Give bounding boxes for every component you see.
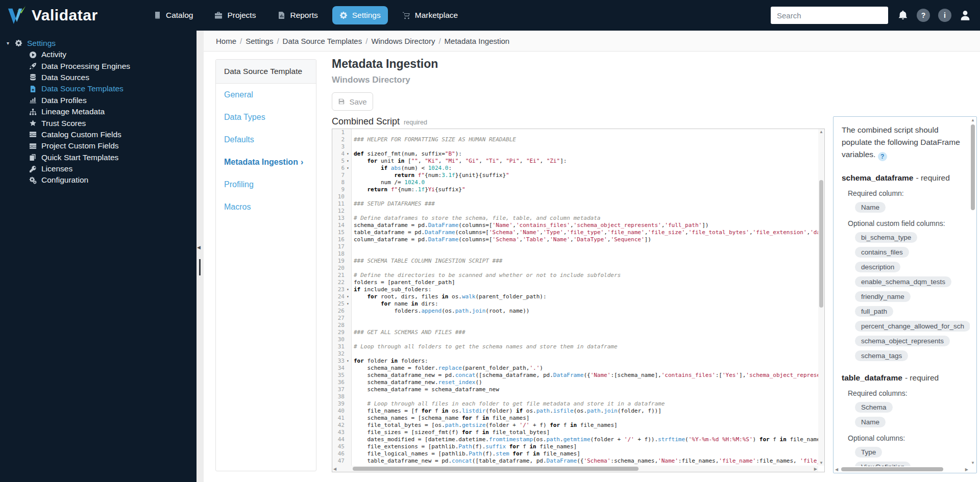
caret-down-icon[interactable]: ▾ [7, 40, 15, 46]
code-line[interactable]: 27 [332, 315, 824, 322]
code-line[interactable]: 38 [332, 393, 824, 400]
code-editor[interactable]: 12### HELPER FOR FORMATTING SIZE AS HUMA… [332, 129, 825, 472]
code-line[interactable]: 10 [332, 193, 824, 200]
code-line[interactable]: 2### HELPER FOR FORMATTING SIZE AS HUMAN… [332, 136, 824, 143]
search-input[interactable] [771, 7, 888, 24]
sidebar-item-data-source-templates[interactable]: Data Source Templates [0, 83, 197, 94]
code-line[interactable]: 19### SCHEMA TABLE COLUMN INGESTION SCRI… [332, 258, 824, 265]
fold-arrow-icon[interactable]: ▾ [345, 150, 352, 158]
nav-item-marketplace[interactable]: Marketplace [395, 6, 465, 24]
brand-logo[interactable]: Validatar [0, 5, 135, 26]
save-button[interactable]: Save [332, 92, 373, 111]
scroll-right-icon[interactable]: ▶ [814, 467, 817, 471]
sidebar-item-activity[interactable]: Activity [0, 49, 197, 60]
vertical-scroll-thumb[interactable] [971, 124, 975, 210]
sidebar-item-lineage-metadata[interactable]: Lineage Metadata [0, 106, 197, 117]
code-line[interactable]: 34 schema_name = folder.replace(parent_f… [332, 365, 824, 372]
fold-arrow-icon[interactable]: ▾ [345, 293, 352, 300]
code-line[interactable]: 4▾def sizeof_fmt(num, suffix="B"): [332, 150, 824, 158]
code-line[interactable]: 43 file_sizes = [sizeof_fmt(f) for f in … [332, 429, 824, 436]
code-line[interactable]: 28 [332, 322, 824, 329]
code-line[interactable]: 22folders = [parent_folder_path] [332, 279, 824, 286]
scroll-right-icon[interactable]: ▶ [965, 467, 968, 472]
subnav-item-profiling[interactable]: Profiling [216, 173, 316, 196]
code-line[interactable]: 31# Loop through all folders to get the … [332, 343, 824, 350]
code-area[interactable]: 12### HELPER FOR FORMATTING SIZE AS HUMA… [332, 129, 824, 472]
code-line[interactable]: 23▾if include_sub_folders: [332, 286, 824, 293]
code-line[interactable]: 45 file_extensions = [pathlib.Path(f).su… [332, 443, 824, 450]
breadcrumb-link-home[interactable]: Home [216, 37, 236, 45]
sidebar-item-quick-start-templates[interactable]: Quick Start Templates [0, 152, 197, 163]
horizontal-scroll-thumb[interactable] [353, 467, 639, 471]
code-line[interactable]: 42 file_total_bytes = [os.path.getsize(f… [332, 422, 824, 429]
code-line[interactable]: 7 return f"{num:3.1f}{unit}{suffix}" [332, 172, 824, 179]
code-line[interactable]: 47 table_dataframe_new = pd.concat([tabl… [332, 458, 824, 465]
subnav-item-data-types[interactable]: Data Types [216, 106, 316, 129]
info-icon[interactable]: i [938, 9, 951, 22]
help-icon[interactable]: ? [878, 152, 887, 161]
editor-horizontal-scrollbar[interactable]: ◀ ▶ [332, 466, 818, 472]
panel-vertical-scrollbar[interactable]: ▲ ▼ [970, 117, 976, 466]
code-line[interactable]: 6▾ if abs(num) < 1024.0: [332, 165, 824, 172]
nav-item-catalog[interactable]: Catalog [146, 6, 200, 24]
sidebar-item-project-custom-fields[interactable]: Project Custom Fields [0, 140, 197, 151]
scroll-left-icon[interactable]: ◀ [333, 467, 336, 471]
sidebar-item-data-processing-engines[interactable]: Data Processing Engines [0, 60, 197, 71]
scroll-left-icon[interactable]: ◀ [835, 467, 838, 472]
code-line[interactable]: 46 file_logical_names = [pathlib.Path(f)… [332, 450, 824, 458]
nav-item-settings[interactable]: Settings [332, 6, 388, 24]
fold-arrow-icon[interactable]: ▾ [345, 286, 352, 293]
sidebar-root-settings[interactable]: ▾ Settings [0, 37, 197, 49]
scroll-down-icon[interactable]: ▼ [971, 461, 975, 465]
user-icon[interactable] [960, 10, 971, 21]
code-line[interactable]: 18 [332, 250, 824, 258]
help-icon[interactable]: ? [917, 9, 930, 22]
sidebar-item-licenses[interactable]: Licenses [0, 163, 197, 174]
sidebar-item-data-sources[interactable]: Data Sources [0, 72, 197, 83]
code-line[interactable]: 29### GET ALL SCHEMAS AND FILES ### [332, 329, 824, 336]
horizontal-scroll-thumb[interactable] [841, 467, 943, 471]
breadcrumb-link-windows-directory[interactable]: Windows Directory [371, 37, 435, 45]
nav-item-projects[interactable]: Projects [207, 6, 263, 24]
code-line[interactable]: 36 schema_dataframe_new.reset_index() [332, 379, 824, 386]
code-line[interactable]: 15table_dataframe = pd.DataFrame(columns… [332, 229, 824, 236]
breadcrumb-link-data-source-templates[interactable]: Data Source Templates [283, 37, 362, 45]
code-line[interactable]: 37 schema_dataframe = schema_dataframe_n… [332, 386, 824, 393]
code-line[interactable]: 32 [332, 350, 824, 358]
code-line[interactable]: 41 schema_names = [schema_name for f in … [332, 415, 824, 422]
bell-icon[interactable] [897, 10, 909, 21]
editor-vertical-scrollbar[interactable]: ▲ ▼ [818, 129, 824, 466]
scroll-up-icon[interactable]: ▲ [819, 130, 823, 134]
sidebar-item-trust-scores[interactable]: Trust Scores [0, 117, 197, 129]
code-line[interactable]: 8 num /= 1024.0 [332, 179, 824, 186]
code-line[interactable]: 17 [332, 243, 824, 250]
code-line[interactable]: 44 dates_modified = [datetime.datetime.f… [332, 436, 824, 443]
code-line[interactable]: 26 folders.append(os.path.join(root, nam… [332, 308, 824, 315]
fold-arrow-icon[interactable]: ▾ [345, 158, 352, 165]
code-line[interactable]: 30 [332, 336, 824, 343]
code-line[interactable]: 3 [332, 143, 824, 150]
code-line[interactable]: 21# Define the directories to be scanned… [332, 272, 824, 279]
fold-arrow-icon[interactable]: ▾ [345, 300, 352, 308]
breadcrumb-link-settings[interactable]: Settings [246, 37, 273, 45]
code-line[interactable]: 5▾ for unit in ["", "Ki", "Mi", "Gi", "T… [332, 158, 824, 165]
sidebar-item-data-profiles[interactable]: Data Profiles [0, 95, 197, 106]
code-line[interactable]: 25▾ for name in dirs: [332, 300, 824, 308]
code-line[interactable]: 14schema_dataframe = pd.DataFrame(column… [332, 222, 824, 229]
subnav-item-metadata-ingestion[interactable]: Metadata Ingestion› [216, 151, 316, 173]
code-line[interactable]: 16column_dataframe = pd.DataFrame(column… [332, 236, 824, 243]
subnav-item-macros[interactable]: Macros [216, 196, 316, 218]
fold-arrow-icon[interactable]: ▾ [345, 358, 352, 365]
sidebar-resize-handle[interactable] [199, 259, 201, 275]
code-line[interactable]: 9 return f"{num:.1f}Yi{suffix}" [332, 186, 824, 193]
subnav-item-defaults[interactable]: Defaults [216, 129, 316, 151]
code-line[interactable]: 33▾for folder in folders: [332, 358, 824, 365]
nav-item-reports[interactable]: Reports [270, 6, 325, 24]
code-line[interactable]: 13# Define dataframes to store the schem… [332, 215, 824, 222]
panel-horizontal-scrollbar[interactable]: ◀ ▶ [834, 466, 969, 472]
fold-arrow-icon[interactable]: ▾ [345, 165, 352, 172]
subnav-item-general[interactable]: General [216, 84, 316, 106]
vertical-scroll-thumb[interactable] [819, 180, 823, 308]
code-line[interactable]: 40 file_names = [f for f in os.listdir(f… [332, 408, 824, 415]
code-line[interactable]: 1 [332, 129, 824, 136]
